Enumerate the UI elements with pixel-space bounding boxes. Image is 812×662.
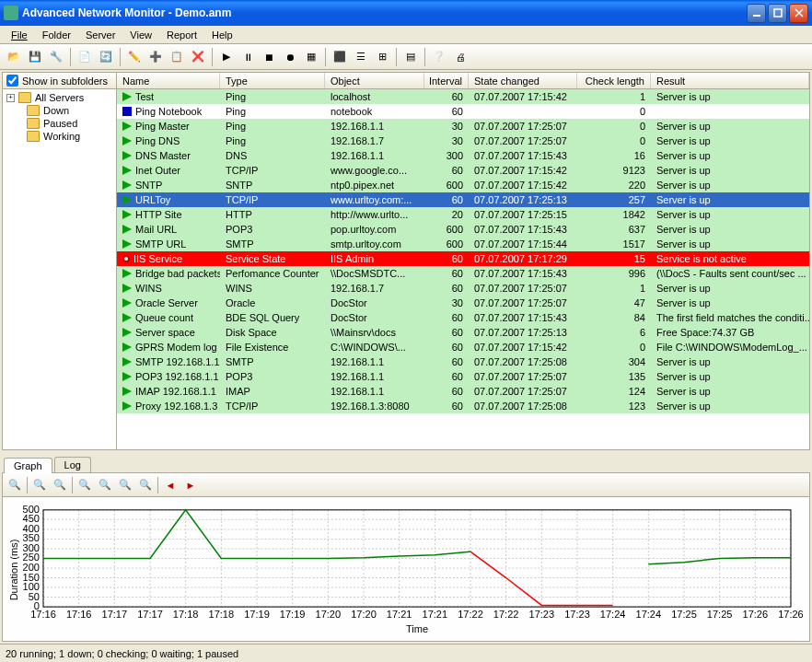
tree-paused[interactable]: Paused — [5, 117, 114, 130]
tab-graph[interactable]: Graph — [4, 458, 52, 473]
maximize-button[interactable] — [768, 4, 787, 23]
tree-working[interactable]: Working — [5, 130, 114, 143]
options-icon[interactable]: 🔧 — [46, 47, 66, 67]
svg-text:17:24: 17:24 — [600, 609, 626, 620]
pause-icon[interactable]: ⏸ — [238, 47, 258, 67]
table-row[interactable]: Queue countBDE SQL QueryDocStor6007.07.2… — [117, 310, 809, 325]
view-list-icon[interactable]: ☰ — [351, 47, 371, 67]
zoom-x-in-icon[interactable]: 🔍 — [97, 477, 113, 494]
up-status-icon — [122, 284, 132, 293]
view-large-icon[interactable]: ⬛ — [330, 47, 350, 67]
tree-root[interactable]: + All Servers — [5, 91, 114, 104]
col-type[interactable]: Type — [220, 73, 325, 88]
zoom-out-icon[interactable]: 🔍 — [31, 477, 48, 494]
scroll-left-icon[interactable]: ◄ — [162, 477, 179, 494]
edit-icon[interactable]: ✏️ — [124, 47, 145, 67]
refresh-icon[interactable]: 🔄 — [96, 47, 116, 67]
up-status-icon — [122, 372, 132, 381]
show-subfolders-checkbox[interactable] — [6, 75, 18, 87]
menu-view[interactable]: View — [122, 28, 159, 42]
table-row[interactable]: Oracle ServerOracleDocStor3007.07.2007 1… — [117, 296, 809, 310]
table-row[interactable]: WINSWINS192.168.1.76007.07.2007 17:25:07… — [117, 281, 809, 296]
table-row[interactable]: POP3 192.168.1.1POP3192.168.1.16007.07.2… — [117, 369, 809, 384]
col-interval[interactable]: Interval — [424, 73, 469, 88]
svg-text:200: 200 — [23, 562, 40, 573]
table-row[interactable]: TestPinglocalhost6007.07.2007 17:15:421S… — [117, 89, 809, 104]
table-row[interactable]: HTTP SiteHTTPhttp://www.urlto...2007.07.… — [117, 207, 809, 222]
copy-icon[interactable]: 📋 — [167, 47, 187, 67]
table-row[interactable]: SMTP URLSMTPsmtp.urltoy.com60007.07.2007… — [117, 237, 809, 251]
col-object[interactable]: Object — [325, 73, 424, 88]
stop-icon[interactable]: ⏹ — [259, 47, 279, 67]
table-row[interactable]: IMAP 192.168.1.1IMAP192.168.1.16007.07.2… — [117, 384, 809, 399]
table-row[interactable]: URLToyTCP/IPwww.urltoy.com:...6007.07.20… — [117, 192, 809, 207]
view-tree-icon[interactable]: ⊞ — [372, 47, 392, 67]
table-row[interactable]: Ping NotebookPingnotebook600 — [117, 104, 809, 119]
col-result[interactable]: Result — [651, 73, 809, 88]
tree-down[interactable]: Down — [5, 104, 114, 117]
svg-text:250: 250 — [23, 552, 40, 563]
svg-text:17:23: 17:23 — [564, 609, 590, 620]
table-row[interactable]: Inet OuterTCP/IPwww.google.co...6007.07.… — [117, 163, 809, 178]
print-icon[interactable]: 🖨 — [450, 47, 470, 67]
up-status-icon — [122, 210, 132, 219]
scroll-right-icon[interactable]: ► — [182, 477, 199, 494]
zoom-icon[interactable]: 🔍 — [6, 477, 23, 494]
svg-text:17:19: 17:19 — [244, 609, 270, 620]
zoom-y-out-icon[interactable]: 🔍 — [117, 477, 133, 494]
col-check[interactable]: Check length — [577, 73, 651, 88]
view-detail-icon[interactable]: ▤ — [400, 47, 421, 67]
table-row[interactable]: Bridge bad packetsPerfomance Counter\\Do… — [117, 266, 809, 281]
zoom-x-out-icon[interactable]: 🔍 — [76, 477, 93, 494]
up-status-icon — [122, 357, 132, 366]
col-state[interactable]: State changed — [469, 73, 577, 88]
table-row[interactable]: Ping MasterPing192.168.1.13007.07.2007 1… — [117, 119, 809, 134]
svg-rect-0 — [753, 15, 760, 17]
grid-icon[interactable]: ▦ — [301, 47, 321, 67]
record-icon[interactable]: ⏺ — [280, 47, 300, 67]
menu-folder[interactable]: Folder — [35, 28, 78, 42]
table-row[interactable]: GPRS Modem logFile ExistenceC:\WINDOWS\.… — [117, 340, 809, 354]
table-row[interactable]: Proxy 192.168.1.3TCP/IP192.168.1.3:80806… — [117, 399, 809, 413]
tab-log[interactable]: Log — [54, 457, 91, 472]
table-row[interactable]: SMTP 192.168.1.1SMTP192.168.1.16007.07.2… — [117, 354, 809, 369]
open-icon[interactable]: 📂 — [4, 47, 24, 67]
table-row[interactable]: IIS ServiceService StateIIS Admin6007.07… — [117, 251, 809, 266]
svg-text:Duration (ms): Duration (ms) — [8, 540, 19, 601]
delete-icon[interactable]: ❌ — [188, 47, 208, 67]
menu-help[interactable]: Help — [204, 28, 240, 42]
menu-file[interactable]: File — [4, 28, 35, 42]
table-row[interactable]: Mail URLPOP3pop.urltoy.com60007.07.2007 … — [117, 222, 809, 237]
svg-text:400: 400 — [23, 523, 40, 534]
table-row[interactable]: DNS MasterDNS192.168.1.130007.07.2007 17… — [117, 148, 809, 163]
minimize-button[interactable] — [747, 4, 766, 23]
grid-header: Name Type Object Interval State changed … — [117, 73, 809, 89]
table-row[interactable]: Server spaceDisk Space\\Mainsrv\docs6007… — [117, 325, 809, 340]
menu-report[interactable]: Report — [159, 28, 204, 42]
save-icon[interactable]: 💾 — [25, 47, 45, 67]
svg-text:Time: Time — [406, 623, 428, 634]
zoom-in-icon[interactable]: 🔍 — [52, 477, 68, 494]
grid-body: TestPinglocalhost6007.07.2007 17:15:421S… — [117, 89, 809, 449]
menu-server[interactable]: Server — [78, 28, 122, 42]
svg-text:150: 150 — [23, 572, 40, 583]
status-text: 20 running; 1 down; 0 checking; 0 waitin… — [6, 648, 238, 659]
table-row[interactable]: SNTPSNTPntp0.pipex.net60007.07.2007 17:1… — [117, 178, 809, 192]
zoom-y-in-icon[interactable]: 🔍 — [137, 477, 154, 494]
chart-area: 17:1617:1617:1717:1717:1817:1817:1917:19… — [3, 497, 809, 641]
paused-status-icon — [122, 107, 132, 116]
play-icon[interactable]: ▶ — [216, 47, 237, 67]
help-icon[interactable]: ❔ — [429, 47, 449, 67]
titlebar: Advanced Network Monitor - Demo.anm — [0, 0, 812, 26]
close-button[interactable] — [789, 4, 808, 23]
col-name[interactable]: Name — [117, 73, 220, 88]
down-status-icon — [122, 255, 130, 262]
expand-icon[interactable]: + — [6, 94, 15, 102]
table-row[interactable]: Ping DNSPing192.168.1.73007.07.2007 17:2… — [117, 134, 809, 148]
up-status-icon — [122, 166, 132, 175]
svg-rect-1 — [774, 9, 782, 17]
new-file-icon[interactable]: 📄 — [75, 47, 95, 67]
toolbar: 📂 💾 🔧 📄 🔄 ✏️ ➕ 📋 ❌ ▶ ⏸ ⏹ ⏺ ▦ ⬛ ☰ ⊞ ▤ ❔ 🖨 — [0, 44, 812, 70]
bottom-content: 🔍 🔍 🔍 🔍 🔍 🔍 🔍 ◄ ► 17:1617:1617:1717:1717… — [2, 472, 810, 642]
add-icon[interactable]: ➕ — [145, 47, 166, 67]
